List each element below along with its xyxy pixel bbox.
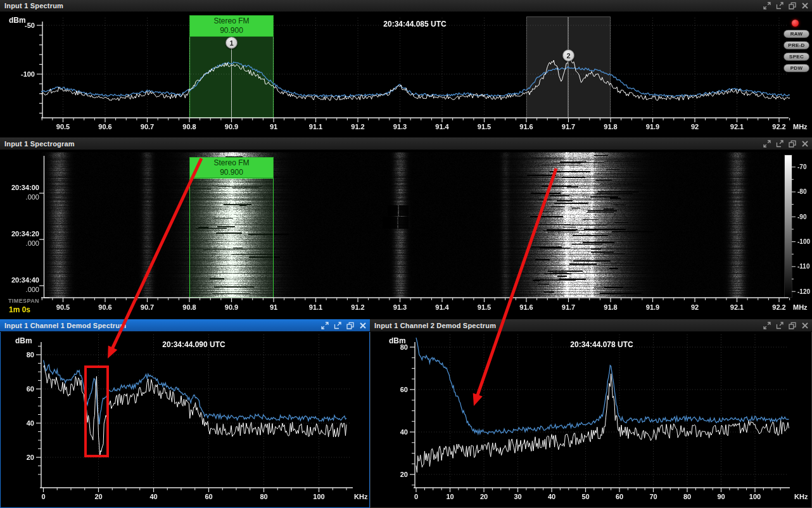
axis-tick-label: KHz — [354, 493, 368, 500]
axis-tick-label: 91.7 — [562, 123, 575, 130]
axis-tick-label: -120 — [797, 288, 810, 295]
axis-tick-label: 60 — [205, 493, 212, 500]
axis-tick-label: 50 — [581, 493, 589, 500]
axis-tick-label: 91.6 — [519, 303, 533, 311]
popout-icon[interactable] — [776, 2, 783, 10]
close-icon[interactable] — [801, 140, 809, 148]
axis-tick-label: 90.9 — [225, 303, 238, 311]
maximize-icon[interactable] — [763, 322, 771, 329]
channel-frequency: 90.900 — [190, 168, 273, 177]
axis-tick-label: 90.9 — [225, 123, 238, 130]
pdw-button[interactable]: PDW — [783, 64, 809, 72]
axis-tick-label: 60 — [400, 386, 408, 393]
demod1-panel-title: Input 1 Channel 1 Demod Spectrum — [4, 322, 126, 329]
axis-tick-label: 20 — [480, 493, 488, 500]
axis-tick-label: 92.2 — [772, 303, 785, 311]
close-icon[interactable] — [801, 322, 809, 329]
timespan-value[interactable]: 1m 0s — [0, 305, 30, 314]
axis-tick-label: KHz — [794, 493, 808, 500]
restore-icon[interactable] — [789, 140, 796, 148]
axis-tick-label: 40 — [27, 419, 34, 427]
spectrum-panel-titlebar[interactable]: Input 1 Spectrum — [0, 0, 812, 12]
axis-tick-label: 91.6 — [519, 123, 533, 130]
time-label-3: 20:34:40 .000 — [0, 276, 39, 293]
axis-tick-label: -70 — [797, 163, 807, 170]
axis-tick-label: 92.1 — [730, 123, 744, 130]
axis-tick-label: 91.3 — [393, 303, 407, 311]
axis-tick-label: 80 — [683, 493, 691, 500]
demod1-panel-titlebar[interactable]: Input 1 Channel 1 Demod Spectrum — [0, 319, 370, 332]
axis-tick-label: 91.1 — [309, 123, 322, 130]
channel1-selection-label[interactable]: Stereo FM 90.900 — [189, 15, 274, 37]
app-window: Input 1 Spectrum Input 1 Spectrogram Inp… — [0, 0, 812, 508]
marker-1-label: 1 — [229, 39, 233, 47]
axis-tick-label: 92 — [691, 123, 699, 130]
axis-tick-label: 91.5 — [478, 123, 491, 130]
axis-tick-label: MHz — [793, 123, 808, 130]
popout-icon[interactable] — [334, 322, 341, 329]
axis-tick-label: -80 — [797, 188, 807, 195]
axis-tick-label: 90.5 — [56, 303, 70, 311]
close-icon[interactable] — [359, 322, 367, 329]
axis-tick-label: 100 — [313, 493, 324, 500]
demod1-timestamp: 20:34:44.090 UTC — [162, 340, 225, 349]
spec-button[interactable]: SPEC — [783, 53, 809, 61]
axis-tick-label: 91.7 — [562, 303, 575, 311]
axis-tick-label: 92.1 — [730, 303, 744, 311]
pre-d-button[interactable]: PRE-D — [783, 41, 809, 49]
maximize-icon[interactable] — [763, 140, 771, 148]
popout-icon[interactable] — [776, 140, 783, 148]
axis-tick-label: 91.2 — [351, 123, 364, 130]
axis-tick-label: 91.8 — [604, 303, 617, 311]
axis-tick-label: 91.1 — [309, 303, 322, 311]
spectrogram-panel-titlebar[interactable]: Input 1 Spectrogram — [0, 137, 812, 150]
axis-tick-label: 90.5 — [56, 123, 70, 130]
maximize-icon[interactable] — [321, 322, 329, 329]
axis-tick-label: 90.8 — [182, 303, 196, 311]
demod2-panel-title: Input 1 Channel 2 Demod Spectrum — [374, 322, 496, 329]
record-indicator[interactable] — [792, 20, 799, 27]
marker-1[interactable]: 1 — [225, 37, 238, 49]
axis-tick-label: 60 — [27, 385, 34, 393]
axis-tick-label: 90.7 — [141, 123, 154, 130]
demod2-plot[interactable] — [416, 333, 796, 489]
time-label-2: 20:34:20 .000 — [0, 230, 39, 247]
demod2-panel-titlebar[interactable]: Input 1 Channel 2 Demod Spectrum — [370, 319, 812, 332]
axis-tick-label: 80 — [400, 343, 408, 351]
maximize-icon[interactable] — [763, 2, 771, 10]
annotation-highlight-box — [84, 365, 109, 457]
axis-tick-label: -90 — [797, 213, 807, 220]
spectrum-plot[interactable] — [41, 15, 790, 118]
axis-tick-label: 91.9 — [646, 303, 659, 311]
axis-tick-label: 91.3 — [393, 123, 407, 130]
axis-tick-label: 92.2 — [772, 123, 785, 130]
axis-tick-label: 92 — [691, 303, 699, 311]
restore-icon[interactable] — [789, 322, 796, 329]
popout-icon[interactable] — [776, 322, 783, 329]
axis-tick-label: 60 — [616, 493, 623, 500]
channel-frequency: 90.900 — [190, 26, 273, 35]
restore-icon[interactable] — [789, 2, 796, 10]
spectrogram-waterfall[interactable] — [41, 152, 781, 298]
axis-tick-label: 91 — [270, 303, 277, 311]
spectrogram-panel-title: Input 1 Spectrogram — [4, 140, 75, 148]
axis-tick-label: 91.9 — [646, 123, 659, 130]
axis-tick-label: -110 — [797, 263, 810, 270]
axis-tick-label: 20 — [400, 471, 408, 478]
axis-tick-label: 20 — [94, 493, 102, 500]
axis-tick-label: 10 — [446, 493, 454, 500]
axis-tick-label: 91.5 — [478, 303, 491, 311]
time-label-1: 20:34:00 .000 — [0, 184, 39, 201]
raw-button[interactable]: RAW — [783, 30, 809, 38]
close-icon[interactable] — [801, 2, 809, 10]
spectrogram-selection-label[interactable]: Stereo FM 90.900 — [189, 157, 274, 178]
spectrogram-selection-region[interactable] — [189, 178, 274, 298]
spectrogram-colorbar[interactable] — [784, 155, 792, 298]
axis-tick-label: 30 — [514, 493, 521, 500]
axis-tick-label: -100 — [797, 238, 810, 245]
marker-2[interactable]: 2 — [562, 49, 574, 61]
axis-tick-label: 90 — [717, 493, 725, 500]
axis-tick-label: 40 — [400, 428, 408, 436]
spectrum-timestamp: 20:34:44.085 UTC — [383, 20, 446, 29]
restore-icon[interactable] — [346, 322, 354, 329]
